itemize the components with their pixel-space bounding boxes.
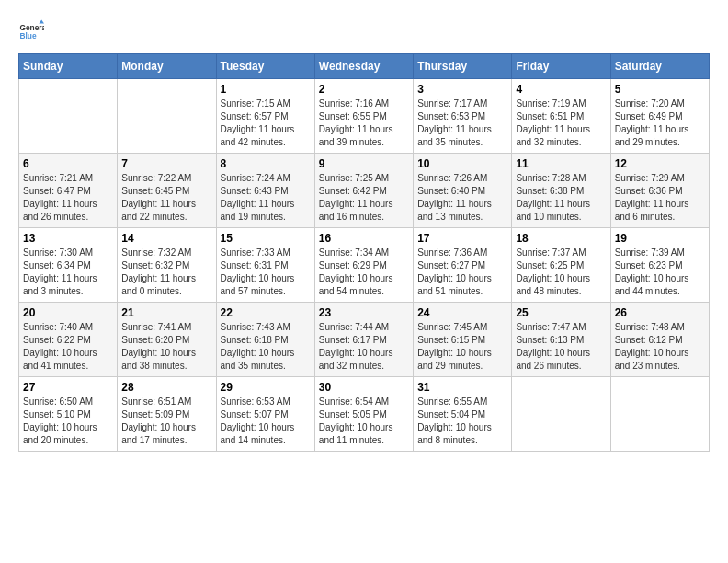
day-info: Sunrise: 7:24 AM Sunset: 6:43 PM Dayligh… (221, 172, 311, 224)
day-info: Sunrise: 7:33 AM Sunset: 6:31 PM Dayligh… (221, 247, 311, 298)
day-number: 7 (121, 157, 211, 170)
calendar-cell: 17Sunrise: 7:36 AM Sunset: 6:27 PM Dayli… (414, 228, 512, 303)
day-number: 11 (516, 157, 606, 170)
day-number: 13 (23, 232, 113, 245)
day-number: 31 (417, 381, 507, 394)
calendar-cell: 24Sunrise: 7:45 AM Sunset: 6:15 PM Dayli… (414, 303, 512, 377)
day-info: Sunrise: 7:21 AM Sunset: 6:47 PM Dayligh… (23, 172, 113, 224)
day-info: Sunrise: 7:25 AM Sunset: 6:42 PM Dayligh… (319, 172, 409, 224)
day-info: Sunrise: 7:22 AM Sunset: 6:45 PM Dayligh… (121, 172, 211, 224)
day-info: Sunrise: 7:45 AM Sunset: 6:15 PM Dayligh… (417, 321, 507, 373)
calendar-cell: 19Sunrise: 7:39 AM Sunset: 6:23 PM Dayli… (610, 228, 709, 303)
day-number: 8 (221, 157, 311, 170)
day-number: 27 (23, 381, 113, 394)
calendar-cell: 10Sunrise: 7:26 AM Sunset: 6:40 PM Dayli… (414, 154, 512, 228)
day-info: Sunrise: 7:19 AM Sunset: 6:51 PM Dayligh… (516, 98, 606, 149)
logo: General Blue (18, 18, 48, 44)
calendar-cell: 6Sunrise: 7:21 AM Sunset: 6:47 PM Daylig… (19, 154, 118, 228)
calendar-cell: 27Sunrise: 6:50 AM Sunset: 5:10 PM Dayli… (19, 377, 118, 452)
calendar-cell: 21Sunrise: 7:41 AM Sunset: 6:20 PM Dayli… (118, 303, 216, 377)
calendar-table: SundayMondayTuesdayWednesdayThursdayFrid… (18, 53, 710, 452)
calendar-week-row: 6Sunrise: 7:21 AM Sunset: 6:47 PM Daylig… (19, 154, 710, 228)
svg-text:General: General (19, 23, 44, 32)
calendar-week-row: 1Sunrise: 7:15 AM Sunset: 6:57 PM Daylig… (19, 79, 710, 154)
day-info: Sunrise: 7:41 AM Sunset: 6:20 PM Dayligh… (121, 321, 211, 373)
calendar-header-sunday: Sunday (19, 54, 118, 79)
calendar-header-row: SundayMondayTuesdayWednesdayThursdayFrid… (19, 54, 710, 79)
calendar-header-tuesday: Tuesday (216, 54, 314, 79)
day-info: Sunrise: 7:36 AM Sunset: 6:27 PM Dayligh… (417, 247, 507, 298)
day-info: Sunrise: 7:29 AM Sunset: 6:36 PM Dayligh… (615, 172, 705, 224)
svg-marker-2 (39, 19, 44, 23)
calendar-cell: 26Sunrise: 7:48 AM Sunset: 6:12 PM Dayli… (610, 303, 709, 377)
day-info: Sunrise: 6:53 AM Sunset: 5:07 PM Dayligh… (221, 396, 311, 447)
day-number: 18 (516, 232, 606, 245)
day-info: Sunrise: 7:34 AM Sunset: 6:29 PM Dayligh… (319, 247, 409, 298)
day-info: Sunrise: 6:55 AM Sunset: 5:04 PM Dayligh… (417, 396, 507, 447)
calendar-cell: 13Sunrise: 7:30 AM Sunset: 6:34 PM Dayli… (19, 228, 118, 303)
calendar-week-row: 20Sunrise: 7:40 AM Sunset: 6:22 PM Dayli… (19, 303, 710, 377)
day-number: 2 (319, 83, 409, 96)
day-number: 4 (516, 83, 606, 96)
calendar-cell: 5Sunrise: 7:20 AM Sunset: 6:49 PM Daylig… (610, 79, 709, 154)
calendar-cell (19, 79, 118, 154)
day-info: Sunrise: 7:30 AM Sunset: 6:34 PM Dayligh… (23, 247, 113, 298)
calendar-header-monday: Monday (118, 54, 216, 79)
day-number: 5 (615, 83, 705, 96)
day-number: 14 (121, 232, 211, 245)
day-info: Sunrise: 7:20 AM Sunset: 6:49 PM Dayligh… (615, 98, 705, 149)
svg-text:Blue: Blue (19, 31, 36, 40)
calendar-cell (610, 377, 709, 452)
day-info: Sunrise: 6:50 AM Sunset: 5:10 PM Dayligh… (23, 396, 113, 447)
day-number: 29 (221, 381, 311, 394)
calendar-cell: 3Sunrise: 7:17 AM Sunset: 6:53 PM Daylig… (414, 79, 512, 154)
day-number: 10 (417, 157, 507, 170)
calendar-header-wednesday: Wednesday (314, 54, 413, 79)
day-number: 12 (615, 157, 705, 170)
calendar-cell: 30Sunrise: 6:54 AM Sunset: 5:05 PM Dayli… (314, 377, 413, 452)
day-number: 23 (319, 306, 409, 319)
calendar-week-row: 13Sunrise: 7:30 AM Sunset: 6:34 PM Dayli… (19, 228, 710, 303)
day-info: Sunrise: 7:28 AM Sunset: 6:38 PM Dayligh… (516, 172, 606, 224)
calendar-week-row: 27Sunrise: 6:50 AM Sunset: 5:10 PM Dayli… (19, 377, 710, 452)
day-number: 16 (319, 232, 409, 245)
calendar-cell (118, 79, 216, 154)
day-info: Sunrise: 7:47 AM Sunset: 6:13 PM Dayligh… (516, 321, 606, 373)
calendar-cell: 8Sunrise: 7:24 AM Sunset: 6:43 PM Daylig… (216, 154, 314, 228)
day-info: Sunrise: 7:37 AM Sunset: 6:25 PM Dayligh… (516, 247, 606, 298)
calendar-cell: 29Sunrise: 6:53 AM Sunset: 5:07 PM Dayli… (216, 377, 314, 452)
day-info: Sunrise: 7:32 AM Sunset: 6:32 PM Dayligh… (121, 247, 211, 298)
day-info: Sunrise: 7:16 AM Sunset: 6:55 PM Dayligh… (319, 98, 409, 149)
calendar-header-saturday: Saturday (610, 54, 709, 79)
calendar-cell: 16Sunrise: 7:34 AM Sunset: 6:29 PM Dayli… (314, 228, 413, 303)
calendar-cell: 4Sunrise: 7:19 AM Sunset: 6:51 PM Daylig… (512, 79, 610, 154)
calendar-cell: 11Sunrise: 7:28 AM Sunset: 6:38 PM Dayli… (512, 154, 610, 228)
day-number: 15 (221, 232, 311, 245)
day-info: Sunrise: 7:40 AM Sunset: 6:22 PM Dayligh… (23, 321, 113, 373)
day-number: 6 (23, 157, 113, 170)
day-number: 28 (121, 381, 211, 394)
calendar-cell: 14Sunrise: 7:32 AM Sunset: 6:32 PM Dayli… (118, 228, 216, 303)
day-info: Sunrise: 7:17 AM Sunset: 6:53 PM Dayligh… (417, 98, 507, 149)
calendar-cell: 18Sunrise: 7:37 AM Sunset: 6:25 PM Dayli… (512, 228, 610, 303)
day-number: 25 (516, 306, 606, 319)
calendar-cell: 20Sunrise: 7:40 AM Sunset: 6:22 PM Dayli… (19, 303, 118, 377)
calendar-cell: 22Sunrise: 7:43 AM Sunset: 6:18 PM Dayli… (216, 303, 314, 377)
day-number: 19 (615, 232, 705, 245)
day-info: Sunrise: 7:44 AM Sunset: 6:17 PM Dayligh… (319, 321, 409, 373)
calendar-header-thursday: Thursday (414, 54, 512, 79)
calendar-cell: 28Sunrise: 6:51 AM Sunset: 5:09 PM Dayli… (118, 377, 216, 452)
calendar-cell: 1Sunrise: 7:15 AM Sunset: 6:57 PM Daylig… (216, 79, 314, 154)
day-number: 26 (615, 306, 705, 319)
calendar-cell: 31Sunrise: 6:55 AM Sunset: 5:04 PM Dayli… (414, 377, 512, 452)
day-number: 9 (319, 157, 409, 170)
calendar-header-friday: Friday (512, 54, 610, 79)
day-info: Sunrise: 7:48 AM Sunset: 6:12 PM Dayligh… (615, 321, 705, 373)
day-number: 22 (221, 306, 311, 319)
calendar-cell: 25Sunrise: 7:47 AM Sunset: 6:13 PM Dayli… (512, 303, 610, 377)
calendar-cell: 7Sunrise: 7:22 AM Sunset: 6:45 PM Daylig… (118, 154, 216, 228)
day-number: 21 (121, 306, 211, 319)
calendar-cell: 12Sunrise: 7:29 AM Sunset: 6:36 PM Dayli… (610, 154, 709, 228)
day-info: Sunrise: 7:39 AM Sunset: 6:23 PM Dayligh… (615, 247, 705, 298)
logo-icon: General Blue (18, 18, 44, 44)
